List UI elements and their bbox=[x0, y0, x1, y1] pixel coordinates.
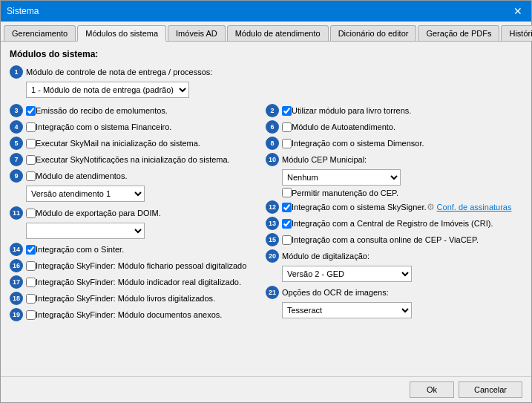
item3-checkbox[interactable] bbox=[26, 106, 36, 116]
item17-row: 17 Integração SkyFinder: Módulo indicado… bbox=[10, 275, 266, 289]
badge-14: 14 bbox=[10, 243, 23, 256]
right-column: 2 Utilizar módulo para livro torrens. 6 … bbox=[266, 104, 522, 324]
main-window: Sistema ✕ Gerenciamento Módulos do siste… bbox=[0, 0, 532, 403]
item9-select[interactable]: Versão atendimento 1 bbox=[26, 186, 145, 202]
item4-row: 4 Integração com o sistema Financeiro. bbox=[10, 120, 266, 134]
tab-dicionario[interactable]: Dicionário do editor bbox=[330, 25, 417, 41]
item20-label: Módulo de digitalização: bbox=[282, 252, 370, 261]
tab-imoveis-ad[interactable]: Imóveis AD bbox=[168, 25, 226, 41]
title-bar: Sistema ✕ bbox=[1, 1, 531, 22]
badge-10: 10 bbox=[266, 153, 279, 166]
item14-checkbox[interactable] bbox=[26, 245, 36, 255]
two-col-layout: 3 Emissão do recibo de emolumentos. 4 In… bbox=[10, 104, 522, 324]
badge-8: 8 bbox=[266, 137, 279, 150]
item16-checkbox[interactable] bbox=[26, 261, 36, 271]
item8-label: Integração com o sistema Dimensor. bbox=[292, 139, 424, 148]
badge-16: 16 bbox=[10, 259, 23, 272]
item11-row: 11 Módulo de exportação para DOIM. bbox=[10, 206, 266, 220]
badge-13: 13 bbox=[266, 217, 279, 230]
section-title: Módulos do sistema: bbox=[10, 49, 522, 59]
item6-row: 6 Módulo de Autoatendimento. bbox=[266, 120, 522, 134]
item12-row: 12 Integração com o sistema SkySigner. ⚙… bbox=[266, 200, 522, 214]
item18-label: Integração SkyFinder: Módulo livros digi… bbox=[36, 294, 215, 303]
window-title: Sistema bbox=[7, 6, 39, 16]
item20-select-row: Versão 2 - GED bbox=[282, 266, 522, 282]
item9-label: Módulo de atendimentos. bbox=[36, 171, 128, 180]
item10-select-row: Nenhum bbox=[282, 169, 522, 186]
item15-label: Integração com a consulta online de CEP … bbox=[292, 235, 479, 244]
item10-label: Módulo CEP Municipal: bbox=[282, 155, 367, 164]
item21-label-row: 21 Opções do OCR de imagens: bbox=[266, 286, 522, 299]
tab-modulo-atendimento[interactable]: Módulo de atendimento bbox=[227, 25, 329, 41]
badge-18: 18 bbox=[10, 292, 23, 305]
item20-select[interactable]: Versão 2 - GED bbox=[282, 266, 412, 282]
item4-label: Integração com o sistema Financeiro. bbox=[36, 122, 171, 131]
conf-assinaturas-link[interactable]: Conf. de assinaturas bbox=[437, 203, 512, 212]
item12-checkbox[interactable] bbox=[282, 203, 292, 212]
ok-button[interactable]: Ok bbox=[410, 381, 454, 398]
item1-select[interactable]: 1 - Módulo de nota de entrega (padrão) bbox=[26, 82, 189, 98]
item21-select[interactable]: Tesseract bbox=[282, 302, 412, 318]
close-button[interactable]: ✕ bbox=[510, 5, 525, 17]
item7-checkbox[interactable] bbox=[26, 155, 36, 165]
item21-label: Opções do OCR de imagens: bbox=[282, 288, 389, 297]
badge-21: 21 bbox=[266, 286, 279, 299]
badge-19: 19 bbox=[10, 308, 23, 321]
item17-label: Integração SkyFinder: Módulo indicador r… bbox=[36, 278, 241, 286]
item8-checkbox[interactable] bbox=[282, 139, 292, 148]
tab-modulos-sistema[interactable]: Módulos do sistema bbox=[77, 25, 166, 42]
badge-4: 4 bbox=[10, 120, 23, 134]
gear-icon: ⚙ bbox=[427, 202, 435, 212]
badge-12: 12 bbox=[266, 200, 279, 214]
item20-label-row: 20 Módulo de digitalização: bbox=[266, 249, 522, 263]
item11-select[interactable] bbox=[26, 223, 145, 239]
item9-row: 9 Módulo de atendimentos. bbox=[10, 169, 266, 183]
item5-checkbox[interactable] bbox=[26, 139, 36, 148]
item7-row: 7 Executar SkyNotificações na inicializa… bbox=[10, 153, 266, 166]
badge-15: 15 bbox=[266, 233, 279, 246]
item3-row: 3 Emissão do recibo de emolumentos. bbox=[10, 104, 266, 117]
item14-label: Integração com o Sinter. bbox=[36, 245, 124, 254]
item1-label: Módulo de controle de nota de entrega / … bbox=[26, 68, 212, 76]
item2-label: Utilizar módulo para livro torrens. bbox=[292, 106, 411, 115]
item5-label: Executar SkyMail na inicialização do sis… bbox=[36, 139, 200, 148]
item18-checkbox[interactable] bbox=[26, 294, 36, 304]
item11-checkbox[interactable] bbox=[26, 209, 36, 218]
item12-label: Integração com o sistema SkySigner. bbox=[292, 203, 427, 212]
item5-row: 5 Executar SkyMail na inicialização do s… bbox=[10, 137, 266, 150]
tab-gerenciamento[interactable]: Gerenciamento bbox=[4, 25, 76, 41]
badge-2: 2 bbox=[266, 104, 279, 117]
item16-label: Integração SkyFinder: Módulo fichario pe… bbox=[36, 261, 246, 270]
item10-maint-checkbox[interactable] bbox=[282, 188, 292, 197]
badge-1: 1 bbox=[10, 65, 23, 79]
item15-checkbox[interactable] bbox=[282, 235, 292, 245]
item10-select[interactable]: Nenhum bbox=[282, 169, 401, 186]
tab-geracao-pdfs[interactable]: Geração de PDFs bbox=[418, 25, 499, 41]
badge-5: 5 bbox=[10, 137, 23, 150]
item13-checkbox[interactable] bbox=[282, 219, 292, 229]
item6-checkbox[interactable] bbox=[282, 122, 292, 132]
content-area: Módulos do sistema: 1 Módulo de controle… bbox=[1, 42, 531, 376]
item10-maint-label: Permitir manutenção do CEP. bbox=[292, 189, 398, 197]
item17-checkbox[interactable] bbox=[26, 278, 36, 287]
item16-row: 16 Integração SkyFinder: Módulo fichario… bbox=[10, 259, 266, 272]
item7-label: Executar SkyNotificações na inicializaçã… bbox=[36, 155, 230, 164]
item19-checkbox[interactable] bbox=[26, 310, 36, 320]
badge-11: 11 bbox=[10, 206, 23, 220]
item9-checkbox[interactable] bbox=[26, 171, 36, 181]
item13-row: 13 Integração com a Central de Registro … bbox=[266, 217, 522, 230]
item11-label: Módulo de exportação para DOIM. bbox=[36, 209, 161, 217]
item9-select-row: Versão atendimento 1 bbox=[26, 186, 266, 202]
item4-checkbox[interactable] bbox=[26, 122, 36, 132]
left-column: 3 Emissão do recibo de emolumentos. 4 In… bbox=[10, 104, 266, 324]
item3-label: Emissão do recibo de emolumentos. bbox=[36, 106, 168, 115]
item1-row: 1 Módulo de controle de nota de entrega … bbox=[10, 65, 522, 79]
item2-checkbox[interactable] bbox=[282, 106, 292, 116]
badge-17: 17 bbox=[10, 275, 23, 289]
item1-select-row: 1 - Módulo de nota de entrega (padrão) bbox=[26, 82, 522, 98]
badge-3: 3 bbox=[10, 104, 23, 117]
badge-20: 20 bbox=[266, 249, 279, 263]
tab-historicos[interactable]: Históricos d... bbox=[501, 25, 532, 41]
cancel-button[interactable]: Cancelar bbox=[459, 381, 522, 398]
item10-label-row: 10 Módulo CEP Municipal: bbox=[266, 153, 522, 166]
